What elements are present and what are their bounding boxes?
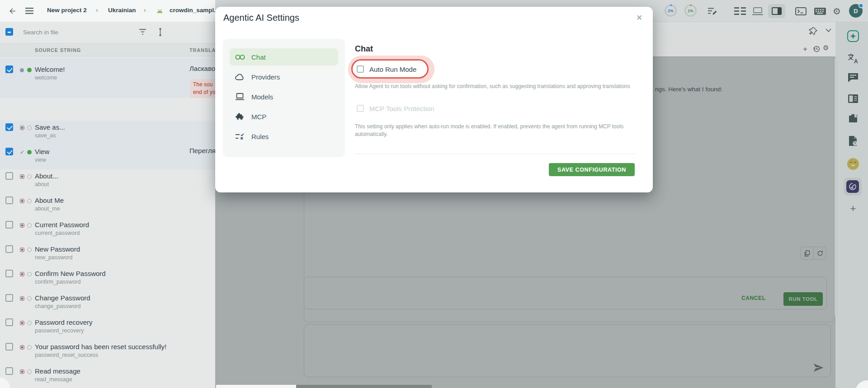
infinity-icon — [235, 52, 245, 61]
nav-label: Models — [251, 93, 273, 101]
nav-item-providers[interactable]: Providers — [230, 68, 338, 85]
mcp-tools-protection-checkbox — [357, 105, 364, 112]
agentic-ai-settings-modal: Agentic AI Settings ✕ Chat Providers Mod… — [215, 7, 653, 192]
nav-item-rules[interactable]: Rules — [230, 128, 338, 145]
nav-label: Providers — [251, 73, 280, 81]
nav-label: Rules — [251, 133, 269, 140]
puzzle-icon — [235, 112, 245, 121]
nav-label: Chat — [251, 53, 266, 61]
cloud-icon — [235, 72, 245, 81]
close-icon[interactable]: ✕ — [634, 12, 645, 23]
breadcrumb-separator: › — [144, 6, 146, 14]
nav-item-chat[interactable]: Chat — [230, 48, 338, 65]
chat-scrollbar[interactable] — [835, 58, 838, 316]
breadcrumb-language[interactable]: Ukrainian — [108, 7, 136, 14]
backdrop-toolbar — [835, 22, 868, 388]
backdrop-left — [0, 22, 215, 388]
nav-item-models[interactable]: Models — [230, 88, 338, 105]
divider — [216, 385, 296, 388]
back-icon[interactable] — [8, 7, 17, 15]
auto-run-description: Allow Agent to run tools without asking … — [355, 83, 632, 90]
divider — [296, 385, 432, 388]
auto-run-mode-label: Auto Run Mode — [369, 65, 416, 73]
laptop-icon — [235, 92, 245, 101]
editor-screen: New project 2 › Ukrainian › crowdin_samp… — [0, 0, 868, 388]
rules-icon — [235, 132, 245, 141]
modal-title: Agentic AI Settings — [223, 13, 299, 23]
android-icon — [156, 8, 164, 14]
auto-run-mode-checkbox[interactable] — [357, 65, 364, 73]
breadcrumb-separator: › — [96, 6, 98, 14]
modal-nav: Chat Providers Models MCP — [223, 39, 345, 157]
mcp-protection-description: This setting only applies when auto-run … — [355, 123, 636, 138]
divider — [355, 154, 635, 154]
nav-item-mcp[interactable]: MCP — [230, 108, 338, 125]
nav-label: MCP — [251, 113, 266, 121]
menu-icon[interactable] — [25, 7, 33, 14]
mcp-tools-protection-label: MCP Tools Protection — [369, 105, 434, 112]
save-configuration-button[interactable]: SAVE CONFIGURATION — [549, 163, 635, 176]
breadcrumb-project[interactable]: New project 2 — [47, 7, 87, 14]
breadcrumb-file[interactable]: crowdin_sampl... — [170, 7, 219, 14]
section-heading: Chat — [355, 44, 373, 54]
